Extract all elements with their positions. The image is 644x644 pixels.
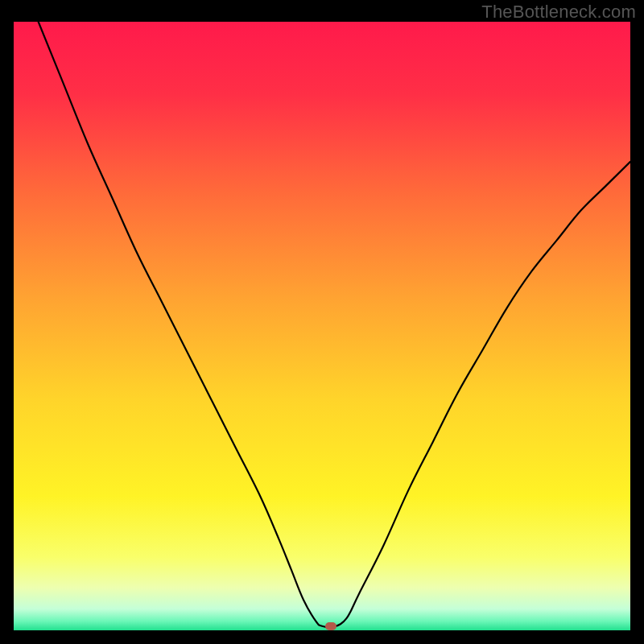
plot-area [14, 22, 630, 630]
watermark-text: TheBottleneck.com [481, 2, 636, 23]
bottleneck-curve [14, 22, 630, 630]
optimum-marker [325, 622, 336, 630]
chart-root: TheBottleneck.com [0, 0, 644, 644]
